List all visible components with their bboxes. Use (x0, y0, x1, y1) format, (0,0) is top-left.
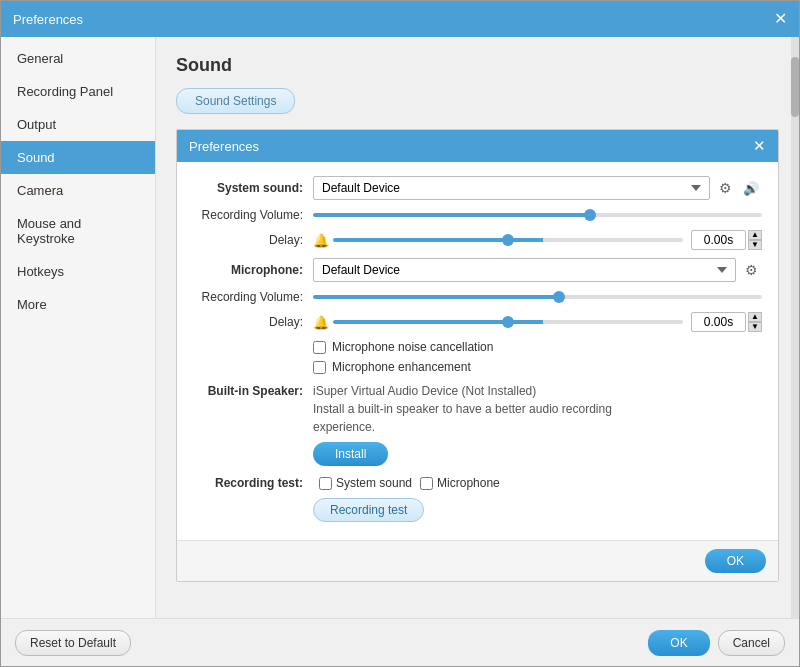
mic-delay-bell-icon: 🔔 (313, 315, 329, 330)
sidebar-item-hotkeys[interactable]: Hotkeys (1, 255, 155, 288)
system-delay-up-btn[interactable]: ▲ (748, 230, 762, 240)
mic-delay-input-wrapper: ▲ ▼ (691, 312, 762, 332)
system-sound-label: System sound: (193, 181, 303, 195)
ok-button[interactable]: OK (648, 630, 709, 656)
system-volume-slider[interactable] (313, 213, 762, 217)
main-panel: Sound Sound Settings Preferences ✕ Syste… (156, 37, 799, 618)
bottom-right-buttons: OK Cancel (648, 630, 785, 656)
sidebar-item-camera[interactable]: Camera (1, 174, 155, 207)
built-in-speaker-content: iSuper Virtual Audio Device (Not Install… (313, 382, 612, 466)
inner-ok-button[interactable]: OK (705, 549, 766, 573)
mic-delay-input[interactable] (691, 312, 746, 332)
mic-delay-label: Delay: (193, 315, 303, 329)
mic-volume-slider[interactable] (313, 295, 762, 299)
system-delay-spinners: ▲ ▼ (748, 230, 762, 250)
recording-microphone-item: Microphone (420, 476, 500, 490)
recording-test-label: Recording test: (193, 476, 303, 490)
microphone-select-wrapper: Default Device ⚙ (313, 258, 762, 282)
title-bar: Preferences ✕ (1, 1, 799, 37)
mic-recording-volume-row: Recording Volume: (193, 290, 762, 304)
recording-microphone-checkbox[interactable] (420, 477, 433, 490)
microphone-label: Microphone: (193, 263, 303, 277)
mic-delay-slider[interactable] (333, 320, 683, 324)
system-sound-select-wrapper: Default Device ⚙ 🔊 (313, 176, 762, 200)
title-bar-close-button[interactable]: ✕ (774, 11, 787, 27)
reset-to-default-button[interactable]: Reset to Default (15, 630, 131, 656)
noise-cancellation-row: Microphone noise cancellation (193, 340, 762, 354)
bottom-bar: Reset to Default OK Cancel (1, 618, 799, 666)
system-delay-slider[interactable] (333, 238, 683, 242)
recording-test-options: System sound Microphone (319, 476, 500, 490)
page-title: Sound (176, 55, 779, 76)
mic-delay-up-btn[interactable]: ▲ (748, 312, 762, 322)
mic-delay-spinners: ▲ ▼ (748, 312, 762, 332)
mic-delay-slider-wrapper: 🔔 (313, 315, 683, 330)
system-delay-label: Delay: (193, 233, 303, 247)
system-delay-input-wrapper: ▲ ▼ (691, 230, 762, 250)
mic-enhancement-label: Microphone enhancement (332, 360, 471, 374)
system-delay-slider-wrapper: 🔔 (313, 233, 683, 248)
speaker-icon[interactable]: 🔊 (740, 177, 762, 199)
built-in-speaker-info3: experience. (313, 418, 612, 436)
microphone-row: Microphone: Default Device ⚙ (193, 258, 762, 282)
microphone-gear-icon[interactable]: ⚙ (740, 259, 762, 281)
install-button[interactable]: Install (313, 442, 388, 466)
dialog-body: System sound: Default Device ⚙ 🔊 (177, 162, 778, 540)
delay-bell-icon: 🔔 (313, 233, 329, 248)
sound-settings-button[interactable]: Sound Settings (176, 88, 295, 114)
dialog-footer: OK (177, 540, 778, 581)
recording-test-row: Recording test: System sound Microphone (193, 476, 762, 490)
system-sound-dropdown[interactable]: Default Device (313, 176, 710, 200)
mic-delay-row: Delay: 🔔 ▲ ▼ (193, 312, 762, 332)
mic-enhancement-checkbox[interactable] (313, 361, 326, 374)
sidebar-item-more[interactable]: More (1, 288, 155, 321)
built-in-speaker-info2: Install a built-in speaker to have a bet… (313, 400, 612, 418)
cancel-button[interactable]: Cancel (718, 630, 785, 656)
main-window: Preferences ✕ General Recording Panel Ou… (0, 0, 800, 667)
recording-test-button[interactable]: Recording test (313, 498, 424, 522)
system-delay-down-btn[interactable]: ▼ (748, 240, 762, 250)
sidebar-item-general[interactable]: General (1, 42, 155, 75)
title-bar-title: Preferences (13, 12, 83, 27)
inner-dialog-title-text: Preferences (189, 139, 259, 154)
mic-delay-down-btn[interactable]: ▼ (748, 322, 762, 332)
scrollbar-thumb[interactable] (791, 57, 799, 117)
inner-dialog-close-button[interactable]: ✕ (753, 137, 766, 155)
recording-system-sound-item: System sound (319, 476, 412, 490)
sidebar-item-output[interactable]: Output (1, 108, 155, 141)
sidebar-item-mouse-and-keystroke[interactable]: Mouse and Keystroke (1, 207, 155, 255)
sidebar-item-recording-panel[interactable]: Recording Panel (1, 75, 155, 108)
built-in-speaker-info1: iSuper Virtual Audio Device (Not Install… (313, 382, 612, 400)
recording-test-btn-wrapper: Recording test (193, 498, 762, 522)
inner-dialog-titlebar: Preferences ✕ (177, 130, 778, 162)
system-recording-volume-label: Recording Volume: (193, 208, 303, 222)
noise-cancellation-checkbox[interactable] (313, 341, 326, 354)
system-delay-row: Delay: 🔔 ▲ ▼ (193, 230, 762, 250)
system-recording-volume-row: Recording Volume: (193, 208, 762, 222)
gear-icon[interactable]: ⚙ (714, 177, 736, 199)
system-delay-input[interactable] (691, 230, 746, 250)
system-volume-slider-wrapper (313, 213, 762, 217)
noise-cancellation-label: Microphone noise cancellation (332, 340, 493, 354)
inner-dialog: Preferences ✕ System sound: Default Devi… (176, 129, 779, 582)
built-in-speaker-row: Built-in Speaker: iSuper Virtual Audio D… (193, 382, 762, 466)
mic-recording-volume-label: Recording Volume: (193, 290, 303, 304)
mic-volume-slider-wrapper (313, 295, 762, 299)
built-in-speaker-label: Built-in Speaker: (193, 382, 303, 398)
content-area: General Recording Panel Output Sound Cam… (1, 37, 799, 618)
microphone-dropdown[interactable]: Default Device (313, 258, 736, 282)
recording-microphone-label: Microphone (437, 476, 500, 490)
mic-enhancement-row: Microphone enhancement (193, 360, 762, 374)
system-sound-row: System sound: Default Device ⚙ 🔊 (193, 176, 762, 200)
sidebar: General Recording Panel Output Sound Cam… (1, 37, 156, 618)
scrollbar[interactable] (791, 37, 799, 618)
recording-system-sound-label: System sound (336, 476, 412, 490)
sidebar-item-sound[interactable]: Sound (1, 141, 155, 174)
recording-system-sound-checkbox[interactable] (319, 477, 332, 490)
